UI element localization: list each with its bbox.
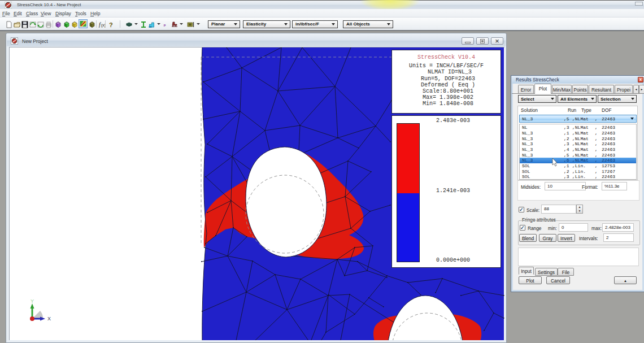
svg-text:X: X (47, 316, 51, 322)
svg-text:?: ? (109, 21, 113, 28)
svg-text:Y: Y (31, 298, 34, 304)
svg-text:p: p (164, 23, 166, 27)
